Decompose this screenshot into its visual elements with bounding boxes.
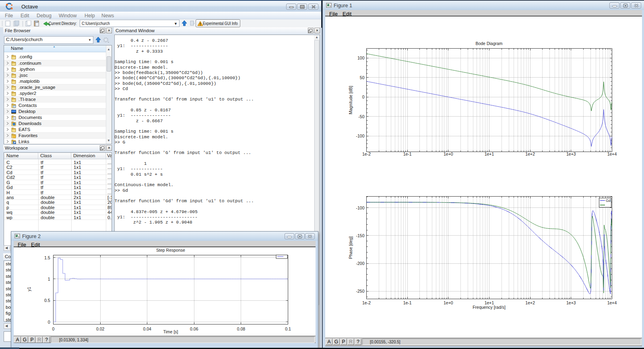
- svg-text:-100: -100: [356, 205, 364, 210]
- svg-text:0.1: 0.1: [285, 326, 291, 331]
- svg-text:0.5: 0.5: [44, 298, 50, 303]
- svg-text:1e-2: 1e-2: [362, 152, 371, 156]
- svg-text:0: 0: [48, 320, 50, 324]
- svg-text:1: 1: [48, 277, 50, 281]
- svg-text:1e+2: 1e+2: [525, 300, 535, 305]
- svg-text:0: 0: [52, 326, 55, 331]
- svg-text:Frequency [rad/s]: Frequency [rad/s]: [473, 305, 506, 310]
- svg-text:0: 0: [362, 94, 365, 99]
- svg-text:1e-2: 1e-2: [362, 300, 371, 305]
- svg-text:0.08: 0.08: [237, 326, 246, 331]
- svg-text:1e+3: 1e+3: [566, 152, 576, 156]
- svg-text:Gd: Gd: [606, 199, 611, 203]
- svg-text:1e+0: 1e+0: [444, 300, 453, 305]
- svg-text:1e+3: 1e+3: [566, 300, 576, 305]
- svg-text:0.02: 0.02: [96, 326, 105, 331]
- svg-text:0.04: 0.04: [143, 326, 151, 331]
- svg-text:100: 100: [357, 55, 365, 60]
- svg-text:-200: -200: [356, 261, 364, 266]
- svg-text:-150: -150: [356, 233, 364, 238]
- svg-text:y1: y1: [27, 287, 31, 291]
- svg-text:-50: -50: [358, 114, 364, 119]
- svg-text:Time [s]: Time [s]: [163, 329, 178, 334]
- svg-text:1e+1: 1e+1: [485, 300, 494, 305]
- svg-text:50: 50: [360, 75, 365, 80]
- svg-text:1e+1: 1e+1: [485, 152, 494, 156]
- svg-text:0.06: 0.06: [190, 326, 198, 331]
- svg-text:1e+4: 1e+4: [607, 300, 617, 305]
- svg-text:1e+2: 1e+2: [525, 152, 535, 156]
- svg-text:1e+0: 1e+0: [444, 152, 453, 156]
- svg-text:1e-1: 1e-1: [403, 300, 412, 305]
- svg-text:1.5: 1.5: [44, 255, 50, 260]
- svg-text:Step Response: Step Response: [156, 248, 185, 253]
- svg-text:Phase [deg]: Phase [deg]: [348, 236, 353, 259]
- svg-text:-100: -100: [356, 133, 364, 138]
- svg-text:Bode Diagram: Bode Diagram: [475, 41, 502, 46]
- svg-text:1e+4: 1e+4: [607, 152, 617, 156]
- svg-text:1e-1: 1e-1: [403, 152, 412, 156]
- svg-text:-250: -250: [356, 289, 364, 294]
- svg-text:Magnitude [dB]: Magnitude [dB]: [348, 86, 353, 115]
